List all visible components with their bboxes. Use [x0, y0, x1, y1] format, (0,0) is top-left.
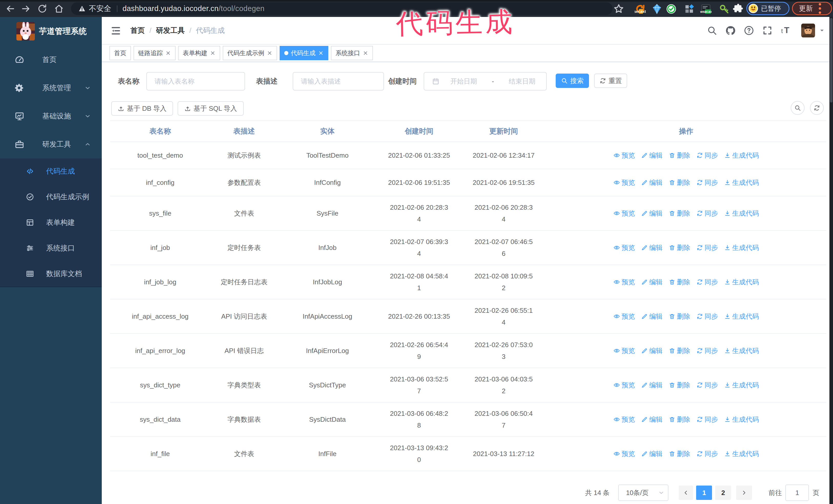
tab-链路追踪[interactable]: 链路追踪 [134, 46, 175, 60]
action-编辑[interactable]: 编辑 [641, 276, 663, 288]
next-page-button[interactable] [736, 485, 752, 500]
extension-swirl-icon[interactable]: ${data.browser.ext_badge_one} [635, 3, 646, 15]
action-预览[interactable]: 预览 [613, 242, 635, 254]
action-生成代码[interactable]: 生成代码 [724, 242, 759, 254]
action-生成代码[interactable]: 生成代码 [724, 379, 759, 391]
action-生成代码[interactable]: 生成代码 [724, 413, 759, 425]
extension-check-icon[interactable] [666, 3, 677, 15]
tab-表单构建[interactable]: 表单构建 [178, 46, 220, 60]
action-删除[interactable]: 删除 [669, 242, 690, 254]
action-同步[interactable]: 同步 [696, 242, 718, 254]
browser-home-icon[interactable] [54, 4, 64, 14]
action-删除[interactable]: 删除 [669, 208, 690, 219]
table-name-input[interactable]: 请输入表名称 [146, 72, 245, 91]
extension-key-icon[interactable] [718, 3, 730, 15]
action-预览[interactable]: 预览 [613, 379, 635, 391]
refresh-table-button[interactable] [810, 101, 824, 115]
action-预览[interactable]: 预览 [613, 310, 635, 322]
action-生成代码[interactable]: 生成代码 [724, 149, 759, 161]
fullscreen-icon[interactable] [762, 25, 772, 35]
action-生成代码[interactable]: 生成代码 [724, 448, 759, 460]
action-同步[interactable]: 同步 [696, 379, 718, 391]
action-生成代码[interactable]: 生成代码 [724, 208, 759, 219]
date-end-placeholder[interactable]: 结束日期 [498, 77, 546, 86]
sidebar-item-研发工具[interactable]: 研发工具 [0, 130, 102, 159]
extension-onbox-icon[interactable]: ${data.browser.ext_badge_on} [700, 3, 712, 15]
action-同步[interactable]: 同步 [696, 413, 718, 425]
action-生成代码[interactable]: 生成代码 [724, 345, 759, 357]
tab-首页[interactable]: 首页 [110, 46, 131, 60]
github-icon[interactable] [725, 25, 736, 35]
action-编辑[interactable]: 编辑 [641, 149, 663, 161]
import-db-button[interactable]: 基于 DB 导入 [111, 101, 173, 116]
sidebar-item-系统管理[interactable]: 系统管理 [0, 74, 102, 102]
close-icon[interactable] [165, 50, 171, 56]
action-预览[interactable]: 预览 [613, 345, 635, 357]
prev-page-button[interactable] [679, 485, 693, 500]
action-编辑[interactable]: 编辑 [641, 379, 663, 391]
sidebar-subitem-代码生成[interactable]: 代码生成 [0, 159, 102, 184]
action-同步[interactable]: 同步 [696, 345, 718, 357]
import-sql-button[interactable]: 基于 SQL 导入 [177, 101, 244, 116]
address-bar[interactable]: 不安全 dashboard.yudao.iocoder.cn/tool/code… [71, 2, 613, 15]
action-删除[interactable]: 删除 [669, 149, 690, 161]
tab-代码生成[interactable]: 代码生成 [280, 46, 328, 60]
hamburger-icon[interactable] [111, 25, 121, 36]
browser-update-chip[interactable]: 更新 [792, 2, 832, 15]
action-预览[interactable]: 预览 [613, 177, 635, 188]
action-同步[interactable]: 同步 [696, 208, 718, 219]
scrollbar-thumb[interactable] [830, 18, 832, 102]
help-icon[interactable] [744, 25, 754, 35]
action-删除[interactable]: 删除 [669, 448, 690, 460]
url-text[interactable]: dashboard.yudao.iocoder.cn/tool/codegen [122, 4, 264, 13]
action-删除[interactable]: 删除 [669, 413, 690, 425]
action-编辑[interactable]: 编辑 [641, 242, 663, 254]
security-label[interactable]: 不安全 [89, 4, 111, 14]
close-icon[interactable] [363, 50, 368, 56]
action-同步[interactable]: 同步 [696, 177, 718, 188]
action-预览[interactable]: 预览 [613, 208, 635, 219]
action-删除[interactable]: 删除 [669, 276, 690, 288]
breadcrumb-item[interactable]: 研发工具 [156, 26, 185, 35]
action-编辑[interactable]: 编辑 [641, 448, 663, 460]
extension-grid-icon[interactable] [684, 3, 695, 15]
action-预览[interactable]: 预览 [613, 276, 635, 288]
page-number-2[interactable]: 2 [715, 485, 731, 500]
tab-系统接口[interactable]: 系统接口 [331, 46, 373, 60]
action-删除[interactable]: 删除 [669, 345, 690, 357]
goto-page-input[interactable]: 1 [785, 484, 809, 501]
close-icon[interactable] [318, 50, 324, 56]
browser-profile-chip[interactable]: 已暂停 [746, 2, 789, 15]
sidebar-subitem-表单构建[interactable]: 表单构建 [0, 210, 102, 235]
action-编辑[interactable]: 编辑 [641, 177, 663, 188]
action-删除[interactable]: 删除 [669, 177, 690, 188]
reset-button[interactable]: 重置 [594, 74, 627, 88]
browser-forward-icon[interactable] [21, 4, 31, 14]
action-生成代码[interactable]: 生成代码 [724, 177, 759, 188]
user-avatar[interactable] [801, 24, 815, 38]
window-scrollbar[interactable] [829, 17, 833, 504]
tab-代码生成示例[interactable]: 代码生成示例 [223, 46, 277, 60]
action-编辑[interactable]: 编辑 [641, 208, 663, 219]
sidebar-subitem-代码生成示例[interactable]: 代码生成示例 [0, 184, 102, 210]
date-range-input[interactable]: 开始日期 - 结束日期 [424, 72, 547, 91]
sidebar-subitem-数据库文档[interactable]: 数据库文档 [0, 261, 102, 287]
action-预览[interactable]: 预览 [613, 149, 635, 161]
action-同步[interactable]: 同步 [696, 276, 718, 288]
browser-back-icon[interactable] [5, 4, 15, 14]
close-icon[interactable] [267, 50, 272, 56]
action-删除[interactable]: 删除 [669, 379, 690, 391]
action-删除[interactable]: 删除 [669, 310, 690, 322]
sidebar-item-基础设施[interactable]: 基础设施 [0, 102, 102, 130]
sidebar-logo[interactable]: 芋道管理系统 [0, 17, 102, 46]
font-size-icon[interactable]: tT [781, 25, 791, 35]
toggle-search-button[interactable] [791, 101, 805, 115]
action-预览[interactable]: 预览 [613, 448, 635, 460]
header-search-icon[interactable] [707, 25, 717, 35]
action-编辑[interactable]: 编辑 [641, 345, 663, 357]
extension-gem-icon[interactable] [651, 3, 663, 15]
breadcrumb-item[interactable]: 首页 [130, 26, 145, 35]
action-预览[interactable]: 预览 [613, 413, 635, 425]
action-同步[interactable]: 同步 [696, 448, 718, 460]
action-生成代码[interactable]: 生成代码 [724, 310, 759, 322]
